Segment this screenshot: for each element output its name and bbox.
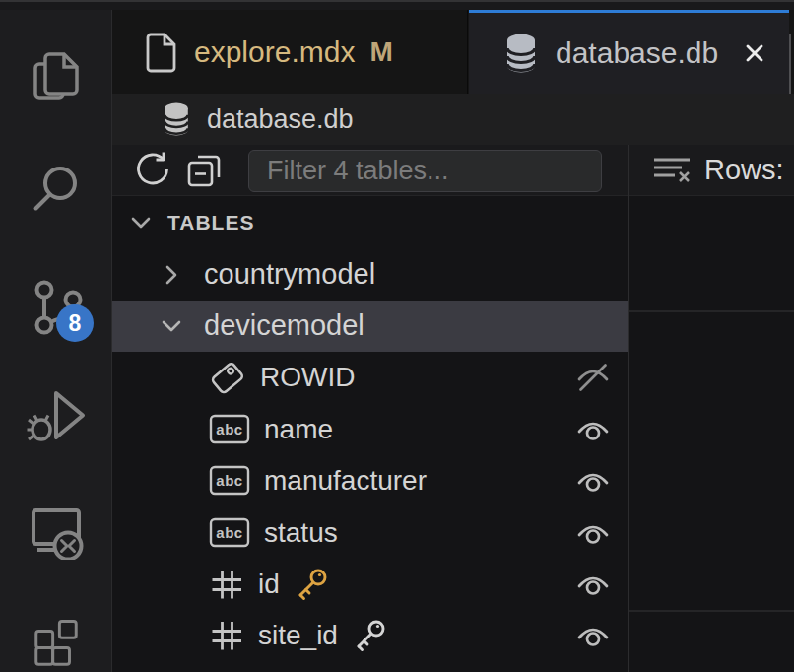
activity-item-source-control[interactable]	[0, 278, 111, 337]
activity-item-run-debug[interactable]	[0, 388, 111, 443]
grid-row-separator	[629, 310, 794, 312]
chevron-right-icon	[157, 260, 186, 290]
column-label: manufacturer	[264, 465, 427, 497]
tables-toolbar	[112, 145, 628, 196]
tree-column-manufacturer[interactable]: abc manufacturer	[112, 455, 628, 506]
activity-item-explorer[interactable]	[0, 48, 111, 103]
database-icon	[161, 101, 192, 137]
abc-icon: abc	[209, 413, 250, 446]
section-label: TABLES	[167, 211, 254, 235]
abc-icon: abc	[209, 516, 250, 550]
eye-icon[interactable]	[574, 566, 612, 603]
collapse-all-icon[interactable]	[184, 151, 224, 190]
activity-item-remote-explorer[interactable]	[0, 503, 111, 560]
eye-icon[interactable]	[574, 462, 612, 500]
eye-icon[interactable]	[574, 514, 612, 552]
refresh-icon[interactable]	[131, 151, 170, 190]
eye-off-icon[interactable]	[574, 359, 612, 396]
column-label: site_id	[258, 620, 338, 651]
chevron-down-icon	[157, 311, 186, 341]
window-title-strip	[0, 0, 794, 10]
tree-column-status[interactable]: abc status	[112, 506, 628, 558]
hash-icon	[209, 567, 244, 602]
svg-text:abc: abc	[216, 472, 242, 489]
activity-item-extensions[interactable]	[0, 613, 111, 666]
eye-icon[interactable]	[574, 411, 612, 448]
extensions-icon	[30, 613, 83, 666]
tab-explore-mdx[interactable]: explore.mdx M	[113, 10, 468, 94]
activity-bar: 8	[0, 10, 112, 672]
tab-label: explore.mdx	[194, 35, 355, 69]
modified-indicator: M	[369, 36, 392, 68]
close-icon[interactable]	[740, 38, 769, 68]
tables-panel: TABLES countrymodel devicemodel	[112, 145, 628, 672]
tag-icon	[209, 359, 246, 396]
table-label: countrymodel	[204, 258, 375, 291]
column-label: status	[264, 517, 338, 549]
column-label: name	[264, 414, 333, 445]
tree-item-countrymodel[interactable]: countrymodel	[112, 248, 628, 300]
primary-key-icon	[293, 566, 330, 603]
remote-explorer-icon	[28, 503, 85, 560]
svg-text:abc: abc	[216, 421, 242, 437]
database-icon	[502, 33, 540, 74]
column-label: id	[258, 569, 280, 600]
tree-item-devicemodel[interactable]: devicemodel	[112, 301, 628, 352]
tree-column-site-id[interactable]: site_id	[112, 610, 628, 661]
tree-column-rowid[interactable]: ROWID	[112, 352, 628, 403]
breadcrumb[interactable]: database.db	[112, 94, 794, 145]
rows-toolbar: Rows:	[629, 145, 794, 196]
tree-column-name[interactable]: abc name	[112, 404, 628, 455]
editor-content: TABLES countrymodel devicemodel	[112, 145, 794, 672]
chevron-down-icon	[126, 208, 156, 237]
tables-tree: TABLES countrymodel devicemodel	[112, 197, 628, 672]
column-label: ROWID	[260, 362, 355, 393]
vscode-window: 8	[0, 0, 794, 672]
source-control-badge: 8	[56, 304, 94, 342]
rows-panel: Rows:	[629, 145, 794, 672]
abc-icon: abc	[209, 464, 250, 498]
tab-bar: explore.mdx M database.db	[112, 10, 794, 94]
foreign-key-icon	[351, 617, 388, 654]
svg-text:abc: abc	[216, 524, 242, 541]
tab-label: database.db	[556, 36, 718, 70]
tab-database-db[interactable]: database.db	[469, 10, 789, 94]
tree-section-tables[interactable]: TABLES	[112, 197, 628, 248]
filter-rows-icon[interactable]	[651, 152, 693, 189]
search-icon	[30, 161, 83, 214]
table-label: devicemodel	[204, 309, 364, 342]
grid-row-separator	[629, 610, 794, 612]
file-icon	[143, 31, 178, 74]
filter-tables-input[interactable]	[248, 150, 602, 192]
hash-icon	[209, 618, 244, 653]
tab-edge-separator	[789, 34, 791, 100]
tree-column-id[interactable]: id	[112, 559, 628, 610]
explorer-icon	[29, 48, 84, 103]
activity-item-search[interactable]	[0, 161, 111, 214]
eye-icon[interactable]	[574, 617, 612, 654]
breadcrumb-label: database.db	[207, 104, 354, 135]
debug-icon	[27, 388, 86, 443]
rows-label: Rows:	[704, 154, 784, 186]
